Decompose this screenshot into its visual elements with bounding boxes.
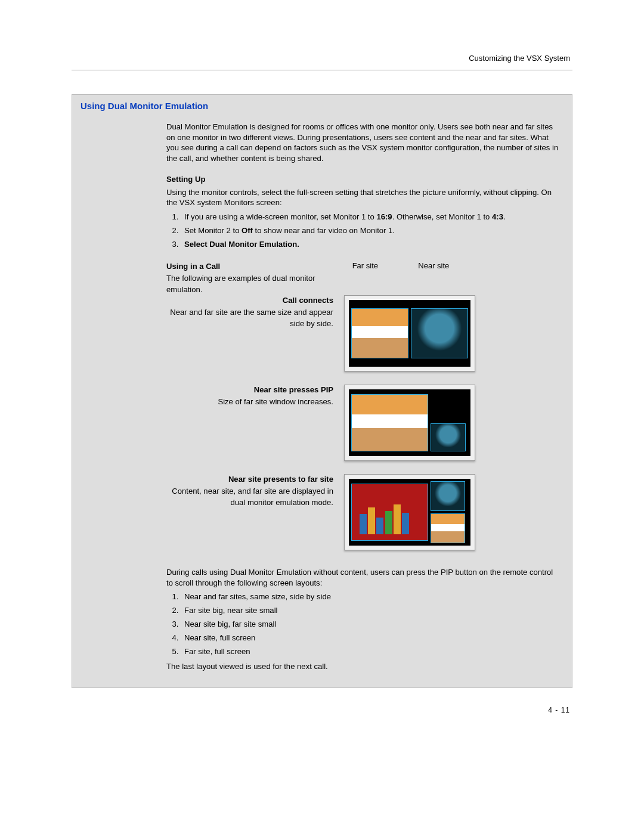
near-site-tile	[411, 308, 468, 358]
example-2: Near site presses PIP Size of far site w…	[166, 385, 560, 474]
setting-up-steps: If you are using a wide-screen monitor, …	[166, 212, 560, 250]
page: Customizing the VSX System Using Dual Mo…	[0, 0, 644, 750]
example-2-title: Near site presses PIP	[166, 385, 333, 395]
using-intro: Using in a Call The following are exampl…	[166, 261, 321, 295]
pip-item-1: Near and far sites, same size, side by s…	[181, 592, 560, 603]
example-1-image	[344, 295, 481, 385]
panel-title: Using Dual Monitor Emulation	[72, 95, 572, 114]
example-1-text: Call connects Near and far site are the …	[166, 295, 333, 329]
monitor-labels-and-first: Far site Near site	[332, 261, 469, 271]
far-site-tile	[431, 513, 465, 543]
example-2-image	[344, 385, 481, 474]
monitor-icon	[344, 474, 475, 550]
monitor-icon	[344, 295, 475, 371]
example-3: Near site presents to far site Content, …	[166, 474, 560, 563]
running-header: Customizing the VSX System	[72, 54, 572, 63]
example-1-title: Call connects	[166, 295, 333, 306]
pip-paragraph: During calls using Dual Monitor Emulatio…	[166, 567, 560, 588]
using-row: Using in a Call The following are exampl…	[166, 261, 560, 295]
example-2-text: Near site presses PIP Size of far site w…	[166, 385, 333, 408]
near-site-label: Near site	[418, 261, 449, 270]
example-2-desc: Size of far site window increases.	[218, 397, 333, 406]
monitor-icon	[344, 385, 475, 461]
header-rule	[72, 70, 572, 70]
using-heading: Using in a Call	[166, 261, 321, 272]
setting-up-heading: Setting Up	[166, 175, 560, 184]
panel-body: Dual Monitor Emulation is designed for r…	[72, 114, 572, 688]
monitor-labels: Far site Near site	[332, 261, 469, 270]
closing-paragraph: The last layout viewed is used for the n…	[166, 661, 560, 672]
intro-paragraph: Dual Monitor Emulation is designed for r…	[166, 122, 560, 164]
step-2: Set Monitor 2 to Off to show near and fa…	[181, 225, 560, 237]
side-column	[431, 481, 465, 543]
content-panel: Using Dual Monitor Emulation Dual Monito…	[72, 94, 572, 688]
using-lead: The following are examples of dual monit…	[166, 274, 315, 293]
example-3-image	[344, 474, 481, 563]
step-1: If you are using a wide-screen monitor, …	[181, 212, 560, 223]
example-1-desc: Near and far site are the same size and …	[170, 308, 333, 327]
pip-layout-list: Near and far sites, same size, side by s…	[166, 592, 560, 658]
far-site-label: Far site	[352, 261, 378, 270]
example-3-text: Near site presents to far site Content, …	[166, 474, 333, 508]
example-3-desc: Content, near site, and far site are dis…	[172, 487, 333, 506]
far-site-tile	[351, 308, 408, 358]
example-3-title: Near site presents to far site	[166, 474, 333, 485]
near-site-tile	[431, 423, 466, 451]
far-site-tile	[351, 394, 428, 451]
pip-item-2: Far site big, near site small	[181, 605, 560, 617]
near-site-tile	[431, 481, 465, 511]
example-1: Call connects Near and far site are the …	[166, 295, 560, 385]
setting-up-lead: Using the monitor controls, select the f…	[166, 187, 560, 208]
step-3: Select Dual Monitor Emulation.	[181, 239, 560, 250]
pip-item-5: Far site, full screen	[181, 646, 560, 658]
pip-item-3: Near site big, far site small	[181, 619, 560, 630]
page-number: 4 - 11	[72, 706, 572, 714]
content-tile	[351, 484, 428, 541]
pip-item-4: Near site, full screen	[181, 633, 560, 644]
